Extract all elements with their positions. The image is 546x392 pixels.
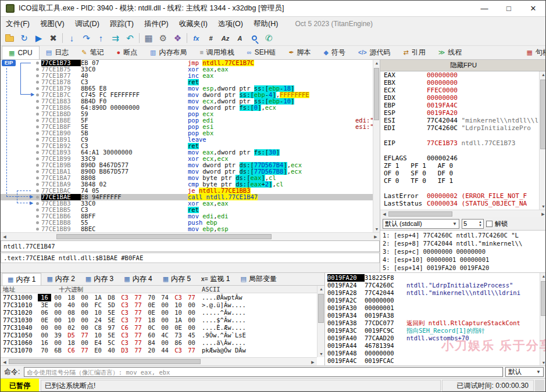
stack-row[interactable]: 0019FA2477C4260Cntdll."LdrpInitializePro… <box>325 282 540 289</box>
scroll-thumb[interactable] <box>9 359 201 364</box>
dump-row[interactable]: 77C3104000000200C897C6770C000E00....È.Æw… <box>1 324 317 332</box>
breakpoint-gutter[interactable] <box>33 92 41 98</box>
tab-handles[interactable]: ▦句柄 <box>520 46 545 59</box>
hex-byte[interactable]: C6 <box>65 347 78 354</box>
hex-byte[interactable]: 1A <box>172 317 185 324</box>
register-row[interactable]: LastStatusC0000034 (STATUS_OBJECT_NA <box>380 200 539 207</box>
stack-row[interactable]: 0019FA3000000001 <box>325 304 540 312</box>
tab-dump-1[interactable]: ▦内存 1 <box>2 273 41 285</box>
hex-byte[interactable]: 40 <box>105 347 118 354</box>
windows-button[interactable]: ▦ <box>141 32 156 45</box>
scroll-thumb[interactable] <box>374 68 379 120</box>
dump-row[interactable]: 77C310103E004000FC5DC3770E001000>.@.ü]Ãw… <box>1 301 317 309</box>
scroll-up-icon[interactable]: ▲ <box>540 73 546 77</box>
dump-horizontal-scrollbar[interactable]: ◀ ▶ <box>1 357 317 365</box>
minimize-button[interactable]: — <box>472 1 497 16</box>
stack-row[interactable]: 0019FA4446781394 <box>325 342 540 350</box>
stack-row[interactable]: 0019FA2C00000000 <box>325 297 540 304</box>
unlock-checkbox[interactable] <box>486 221 493 227</box>
tab-threads[interactable]: ≫线程 <box>432 46 469 59</box>
breakpoint-gutter[interactable] <box>33 181 41 188</box>
hex-byte[interactable]: 16 <box>38 339 51 347</box>
argument-depth-stepper[interactable]: 5 ▲▼ <box>462 219 484 229</box>
search-button[interactable] <box>247 32 262 45</box>
menu-plugins[interactable]: 插件(P) <box>139 17 174 31</box>
register-row[interactable]: EDI77C4260C "LdrpInitializePro <box>380 124 539 132</box>
hex-byte[interactable]: 00 <box>78 339 91 347</box>
scroll-thumb[interactable] <box>318 294 324 323</box>
tab-dump-5[interactable]: ▦内存 5 <box>158 273 196 285</box>
tab-breakpoints[interactable]: ●断点 <box>110 46 144 59</box>
calling-convention-select[interactable]: 默认 (stdcall) ▼ <box>383 219 459 229</box>
breakpoint-gutter[interactable] <box>33 213 41 220</box>
register-value[interactable]: 00000246 <box>427 154 458 162</box>
tab-cpu[interactable]: ▦CPU <box>2 46 40 59</box>
hex-byte[interactable]: C3 <box>172 294 185 301</box>
scroll-right-icon[interactable]: ▶ <box>310 360 316 365</box>
register-value[interactable]: 77C42044 <box>427 117 458 124</box>
calculator-button[interactable]: fx <box>189 32 204 45</box>
breakpoint-gutter[interactable] <box>33 105 41 111</box>
stack-row[interactable]: 0019FA20318225F8 <box>325 274 540 282</box>
hex-byte[interactable]: C3 <box>118 294 131 301</box>
hex-byte[interactable]: 3E <box>38 301 51 309</box>
hex-byte[interactable]: 77 <box>131 347 145 354</box>
stack-value[interactable]: 0019FC9C <box>365 327 406 335</box>
hex-byte[interactable]: 18 <box>145 317 158 324</box>
tab-watch-1[interactable]: x=监视 1 <box>196 273 235 285</box>
registers-view[interactable]: EAX00000000EBX00000000ECXFFEC0000EDX0000… <box>380 71 539 210</box>
hex-byte[interactable]: 77 <box>78 332 91 339</box>
registers-vertical-scrollbar[interactable]: ▲ ▼ <box>539 71 546 210</box>
hex-byte[interactable]: D5 <box>65 332 78 339</box>
hex-byte[interactable]: 5C <box>105 339 118 347</box>
dump-row[interactable]: 77C3102006000800105EC3770E001000.....^Ãw… <box>1 309 317 317</box>
hex-byte[interactable]: 00 <box>185 317 198 324</box>
hex-byte[interactable]: 00 <box>78 309 91 317</box>
register-value[interactable]: FFEC0000 <box>427 87 458 94</box>
stack-value[interactable]: 77C4260C <box>365 282 406 289</box>
scroll-thumb[interactable] <box>540 80 546 149</box>
hex-byte[interactable]: 39 <box>51 332 65 339</box>
register-value[interactable]: 77CE1B73 <box>427 139 458 147</box>
hex-byte[interactable]: D8 <box>105 294 118 301</box>
tab-locals[interactable]: ▤局部变量 <box>235 273 282 285</box>
text-case-button[interactable]: Az <box>218 32 233 45</box>
register-value[interactable]: 0019FA20 <box>427 109 458 117</box>
breakpoint-gutter[interactable] <box>33 226 41 232</box>
breakpoint-gutter[interactable] <box>33 79 41 85</box>
hex-byte[interactable]: E0 <box>91 347 105 354</box>
hex-byte[interactable]: 77 <box>131 301 145 309</box>
argument-row[interactable]: 4: [esp+10] 00000001 00000001 <box>383 256 546 264</box>
menu-view[interactable]: 视图(V) <box>35 17 70 31</box>
stack-row[interactable]: 0019FA2877C42044ntdll."minkernel\\ntdll\… <box>325 289 540 297</box>
hex-byte[interactable]: C6 <box>118 324 131 332</box>
restart-button[interactable]: ↻ <box>17 32 31 45</box>
hex-byte[interactable]: 70 <box>145 294 158 301</box>
hex-byte[interactable]: 00 <box>158 324 172 332</box>
argument-row[interactable]: 1: [esp+4] 77C4260C ntdll.77C4260C "L <box>383 231 546 239</box>
breakpoint-gutter[interactable] <box>33 136 41 143</box>
scroll-up-icon[interactable]: ▲ <box>317 287 325 291</box>
disassembly-view[interactable]: 77CE1B73EB 07jmp ntdll.77CE1B7C77CE1B753… <box>1 60 373 232</box>
hex-byte[interactable]: C3 <box>118 339 131 347</box>
hex-byte[interactable]: 00 <box>185 339 198 347</box>
hex-byte[interactable]: 20 <box>145 347 158 354</box>
register-value[interactable]: 00000002 (ERROR_FILE_NOT_F <box>427 192 527 200</box>
spinner-arrows-icon[interactable]: ▲▼ <box>479 220 482 227</box>
close-button[interactable]: ✕ <box>521 1 545 16</box>
stack-value[interactable]: 00000001 <box>365 304 406 312</box>
maximize-button[interactable]: □ <box>497 1 521 16</box>
register-row[interactable]: EAX00000000 <box>380 71 539 79</box>
menu-help[interactable]: 帮助(H) <box>248 17 283 31</box>
hex-byte[interactable]: 5D <box>105 301 118 309</box>
menu-options[interactable]: 选项(O) <box>213 17 248 31</box>
menu-favourites[interactable]: 收藏夹(I) <box>174 17 213 31</box>
hex-byte[interactable]: 00 <box>185 301 198 309</box>
hex-byte[interactable]: 16 <box>38 294 51 301</box>
breakpoint-gutter[interactable] <box>33 98 41 105</box>
hex-byte[interactable]: 18 <box>65 294 78 301</box>
dump-row[interactable]: 77C3106016001800E45CC37784008600....ä\Ãw… <box>1 339 317 347</box>
plugins-tool-button[interactable]: ❖ <box>170 32 185 45</box>
breakpoint-gutter[interactable] <box>33 156 41 162</box>
register-row[interactable]: EFLAGS00000246 <box>380 154 539 162</box>
